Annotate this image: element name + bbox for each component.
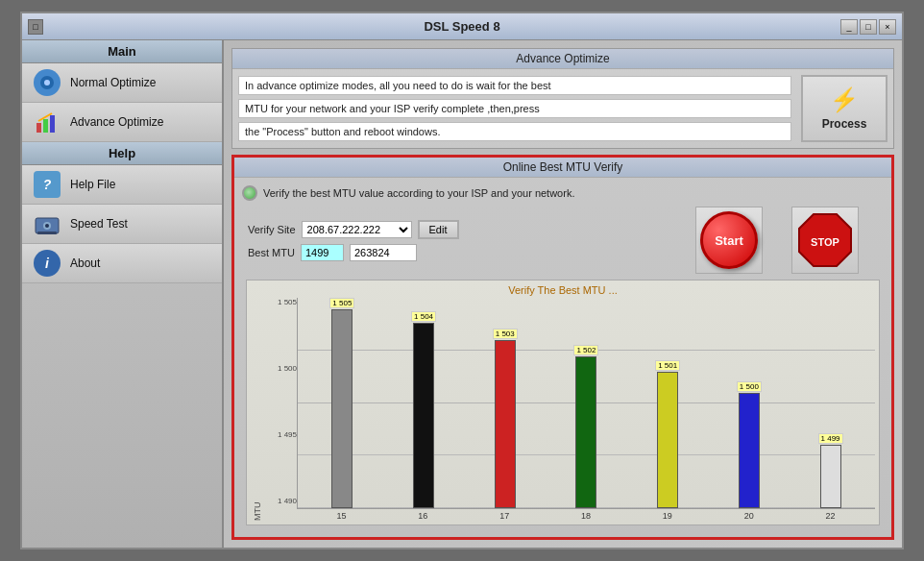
stop-btn-container: STOP xyxy=(791,207,859,274)
y-label-3: 1 490 xyxy=(278,497,297,505)
advance-text-line2: MTU for your network and your ISP verify… xyxy=(238,99,791,118)
verify-row: Verify the best MTU value according to y… xyxy=(242,185,884,201)
sidebar-item-normal-optimize[interactable]: Normal Optimize xyxy=(22,63,222,103)
advance-text-line1: In advance optimize modes, all you need … xyxy=(238,76,791,95)
chart-inner: 1 5051 5041 5031 5021 5011 5001 499 1516… xyxy=(297,298,875,521)
y-label-0: 1 505 xyxy=(278,298,297,306)
sidebar-item-about[interactable]: i About xyxy=(22,244,222,283)
speed-test-icon xyxy=(32,210,62,237)
bar-top-label: 1 499 xyxy=(818,433,843,444)
bar-group: 1 501 xyxy=(655,298,680,508)
bar-group: 1 500 xyxy=(737,298,762,508)
sidebar: Main Normal Optimize xyxy=(22,40,224,548)
bar-group: 1 503 xyxy=(493,298,518,508)
maximize-button[interactable]: □ xyxy=(860,19,877,35)
bar-element xyxy=(820,445,841,508)
chart-grid: 1 5051 5041 5031 5021 5011 5001 499 xyxy=(297,298,875,509)
minimize-button[interactable]: _ xyxy=(840,19,858,35)
svg-point-8 xyxy=(45,224,49,228)
bar-element xyxy=(413,323,434,508)
verify-site-label: Verify Site xyxy=(248,224,296,235)
chart-container: Verify The Best MTU ... MTU 1 505 1 500 … xyxy=(246,280,880,525)
svg-point-1 xyxy=(44,80,50,85)
help-file-label: Help File xyxy=(70,178,115,191)
edit-button[interactable]: Edit xyxy=(418,220,459,239)
start-btn-container: Start xyxy=(695,207,763,274)
x-label: 16 xyxy=(382,511,464,521)
advance-optimize-section: Advance Optimize In advance optimize mod… xyxy=(231,48,894,149)
x-label: 22 xyxy=(790,511,871,521)
sidebar-help-section: Help xyxy=(22,142,222,165)
mtu-action-buttons: Start STOP xyxy=(676,207,878,274)
svg-text:STOP: STOP xyxy=(811,236,839,248)
sidebar-item-help-file[interactable]: ? Help File xyxy=(22,165,222,205)
process-label: Process xyxy=(822,117,867,131)
x-label: 15 xyxy=(301,511,382,521)
svg-rect-4 xyxy=(50,115,55,133)
x-label: 17 xyxy=(464,511,546,521)
bar-element xyxy=(495,340,516,508)
sidebar-main-section: Main xyxy=(22,40,222,63)
bar-group: 1 499 xyxy=(818,298,843,508)
best-mtu-label: Best MTU xyxy=(248,247,295,258)
verify-radio[interactable] xyxy=(242,185,257,201)
y-label-1: 1 500 xyxy=(278,364,297,373)
advance-text-line3: the "Process" button and reboot windows. xyxy=(238,122,791,141)
verify-site-select[interactable]: 208.67.222.222 xyxy=(302,221,412,238)
advance-text-area: In advance optimize modes, all you need … xyxy=(238,76,791,141)
window-icon: □ xyxy=(28,19,43,35)
normal-optimize-icon xyxy=(32,69,62,96)
mtu-section: Online Best MTU Verify Verify the best M… xyxy=(231,155,894,540)
x-label: 19 xyxy=(626,511,708,521)
sidebar-item-advance-optimize[interactable]: Advance Optimize xyxy=(22,103,222,142)
about-label: About xyxy=(70,256,100,270)
svg-rect-2 xyxy=(36,123,41,133)
sidebar-item-speed-test[interactable]: Speed Test xyxy=(22,205,222,244)
start-button[interactable]: Start xyxy=(700,211,758,269)
main-window: □ DSL Speed 8 _ □ × Main Normal Optimize xyxy=(20,12,904,549)
best-mtu-input[interactable] xyxy=(301,244,344,261)
bar-group: 1 504 xyxy=(411,298,436,508)
titlebar: □ DSL Speed 8 _ □ × xyxy=(22,13,902,40)
about-icon: i xyxy=(32,250,62,277)
bar-group: 1 505 xyxy=(329,298,354,508)
best-mtu-group: Best MTU xyxy=(248,244,676,261)
svg-rect-6 xyxy=(37,232,57,234)
chart-y-labels: 1 505 1 500 1 495 1 490 xyxy=(262,298,297,521)
x-label: 20 xyxy=(708,511,790,521)
chart-title: Verify The Best MTU ... xyxy=(251,284,875,296)
bar-element xyxy=(331,309,353,508)
bar-top-label: 1 502 xyxy=(573,345,598,355)
best-mtu-extra-input[interactable] xyxy=(350,244,417,261)
bar-top-label: 1 503 xyxy=(493,329,518,339)
window-title: DSL Speed 8 xyxy=(424,19,499,34)
speed-test-label: Speed Test xyxy=(70,217,128,231)
chart-y-axis-title: MTU xyxy=(251,298,262,521)
x-label: 18 xyxy=(546,511,627,521)
normal-optimize-label: Normal Optimize xyxy=(70,76,156,89)
y-label-2: 1 495 xyxy=(278,430,297,439)
bar-top-label: 1 504 xyxy=(411,311,436,322)
bar-top-label: 1 500 xyxy=(737,381,762,392)
advance-body: In advance optimize modes, all you need … xyxy=(232,69,893,148)
process-button[interactable]: ⚡ Process xyxy=(801,75,888,142)
process-icon: ⚡ xyxy=(830,86,859,113)
bar-element xyxy=(575,356,596,508)
verify-site-group: Verify Site 208.67.222.222 Edit xyxy=(248,220,676,239)
titlebar-controls: _ □ × xyxy=(840,19,896,35)
close-button[interactable]: × xyxy=(879,19,896,35)
verify-label: Verify the best MTU value according to y… xyxy=(263,187,574,199)
stop-button[interactable]: STOP xyxy=(797,212,853,268)
bar-element xyxy=(739,393,760,508)
bar-top-label: 1 501 xyxy=(655,360,680,371)
x-labels-row: 15161718192022 xyxy=(297,511,875,521)
advance-optimize-icon xyxy=(32,109,62,135)
bar-element xyxy=(657,372,678,508)
right-panel: Advance Optimize In advance optimize mod… xyxy=(224,40,902,548)
mtu-body: Verify the best MTU value according to y… xyxy=(234,178,891,537)
bar-top-label: 1 505 xyxy=(329,298,354,308)
svg-rect-3 xyxy=(43,119,48,133)
advance-optimize-label: Advance Optimize xyxy=(70,115,163,129)
help-file-icon: ? xyxy=(32,171,62,198)
main-content: Main Normal Optimize xyxy=(22,40,902,548)
